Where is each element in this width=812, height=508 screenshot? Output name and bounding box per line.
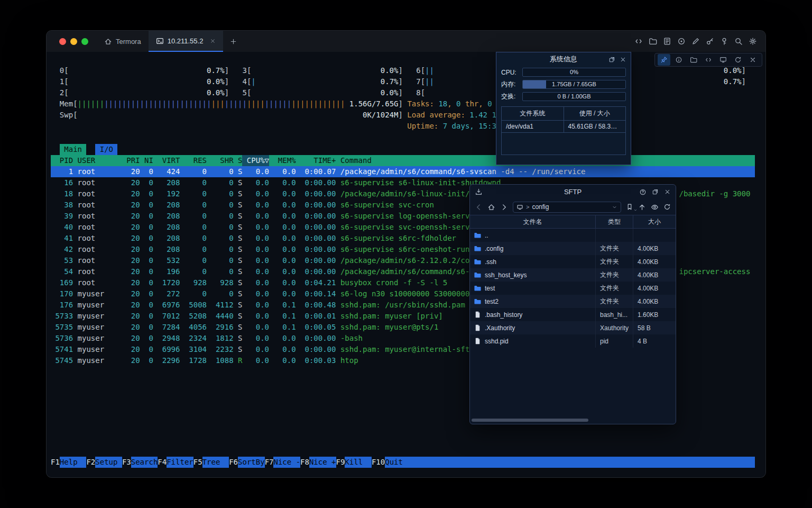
back-icon[interactable] xyxy=(475,203,483,211)
search-icon[interactable] xyxy=(734,37,743,46)
file-name-cell: .config xyxy=(470,242,595,255)
process-row[interactable]: 41 root 20 0 208 0 0 S 0.0 0.0 0:00.00 s… xyxy=(51,233,456,244)
forward-icon[interactable] xyxy=(500,203,508,211)
sftp-row[interactable]: .XauthorityXauthority58 B xyxy=(470,321,676,334)
file-size-cell: 4.00KB xyxy=(633,295,676,308)
tab-bar: Termora10.211.55.2 xyxy=(97,31,223,52)
sftp-row[interactable]: .. xyxy=(470,229,676,242)
settings-icon[interactable] xyxy=(749,37,757,46)
process-row[interactable]: 5745 myuser 20 0 2296 1728 1088 R 0.0 0.… xyxy=(51,355,358,366)
path-bar[interactable]: > config xyxy=(513,202,621,213)
process-row[interactable]: 5735 myuser 20 0 7284 4056 2916 S 0.0 0.… xyxy=(51,322,438,333)
metric-value: 0% xyxy=(523,68,625,76)
process-row[interactable]: 5733 myuser 20 0 7012 5208 4440 S 0.0 0.… xyxy=(51,311,443,322)
refresh-icon[interactable] xyxy=(732,54,744,66)
file-name-cell: .bash_history xyxy=(470,308,595,321)
titlebar-actions xyxy=(634,31,765,52)
keychain-icon[interactable] xyxy=(720,37,728,46)
file-name: ssh_host_keys xyxy=(485,271,527,279)
close-icon[interactable] xyxy=(620,56,626,63)
log-icon[interactable] xyxy=(663,37,671,46)
sftp-row[interactable]: sshd.pidpid4 B xyxy=(470,334,676,348)
folder-icon[interactable] xyxy=(687,54,700,66)
file-name-cell: ssh_host_keys xyxy=(470,268,595,282)
code-icon[interactable] xyxy=(634,37,643,46)
column-header-n[interactable]: 文件名 xyxy=(470,215,595,228)
process-table-header[interactable]: PID USER PRI NI VIRT RES SHR S CPU%▽ MEM… xyxy=(51,155,755,166)
key-icon[interactable] xyxy=(706,37,714,46)
tab-close-icon[interactable] xyxy=(210,38,216,44)
code-icon[interactable] xyxy=(702,54,715,66)
close-icon[interactable] xyxy=(664,188,671,196)
minimize-window-button[interactable] xyxy=(70,38,77,45)
function-key-bar[interactable]: F1Help F2Setup F3SearchF4FilterF5Tree F6… xyxy=(51,457,755,468)
process-row[interactable]: 1 root 20 0 424 0 0 S 0.0 0.0 0:00.07 /p… xyxy=(51,166,755,177)
tab-termora[interactable]: Termora xyxy=(97,31,149,52)
help-icon[interactable] xyxy=(639,188,647,196)
process-row[interactable]: 40 root 20 0 208 0 0 S 0.0 0.0 0:00.00 s… xyxy=(51,222,469,233)
caret-down-icon[interactable] xyxy=(612,204,617,210)
edit-icon[interactable] xyxy=(691,37,700,46)
file-type-cell: 文件夹 xyxy=(595,295,633,308)
process-row[interactable]: 169 root 20 0 1720 928 928 S 0.0 0.0 0:0… xyxy=(51,277,447,288)
cpu-meter-row: 1[ 0.0%] 4[| 0.7%] 7[|| 0.7%] xyxy=(51,76,746,87)
pin-icon[interactable] xyxy=(658,54,670,66)
process-row[interactable]: 16 root 20 0 208 0 0 S 0.0 0.0 0:00.00 s… xyxy=(51,177,501,188)
process-row[interactable]: 39 root 20 0 208 0 0 S 0.0 0.0 0:00.00 s… xyxy=(51,211,469,222)
close-icon[interactable] xyxy=(746,54,759,66)
htop-tabs-line[interactable]: Main I/O xyxy=(51,144,117,155)
metric-label: 内存: xyxy=(501,80,522,89)
file-type-cell: 文件夹 xyxy=(595,255,633,268)
open-in-window-icon[interactable] xyxy=(652,188,659,196)
monitor-icon[interactable] xyxy=(717,54,730,66)
home-icon[interactable] xyxy=(487,203,495,211)
sftp-row[interactable]: .bash_historybash_hi...1.60KB xyxy=(470,308,676,321)
parent-directory-icon[interactable] xyxy=(638,203,646,211)
folder-icon xyxy=(474,271,482,279)
host-icon xyxy=(516,204,523,211)
folder-icon xyxy=(474,258,482,266)
open-in-window-icon[interactable] xyxy=(608,56,615,63)
file-name-cell: .Xauthority xyxy=(470,321,595,334)
sftp-row[interactable]: test文件夹4.00KB xyxy=(470,282,676,295)
file-type-cell: bash_hi... xyxy=(595,308,633,321)
sftp-row[interactable]: ssh_host_keys文件夹4.00KB xyxy=(470,268,676,282)
folder-icon[interactable] xyxy=(649,37,657,46)
tab-label: Termora xyxy=(116,38,141,46)
tab-10-211-55-2[interactable]: 10.211.55.2 xyxy=(149,31,224,52)
new-tab-button[interactable] xyxy=(223,31,244,52)
column-header: 使用 / 大小 xyxy=(564,107,626,120)
metric-row: CPU:0% xyxy=(496,66,631,78)
close-window-button[interactable] xyxy=(59,38,66,45)
metric-label: 交换: xyxy=(501,92,522,101)
info-icon[interactable] xyxy=(672,54,685,66)
metric-row: 内存:1.75GB / 7.65GB xyxy=(496,78,631,90)
file-table-header[interactable]: 文件名类型大小 xyxy=(470,215,676,229)
refresh-icon[interactable] xyxy=(663,203,671,211)
maximize-window-button[interactable] xyxy=(81,38,88,45)
process-row[interactable]: 5736 myuser 20 0 2948 2324 1812 S 0.0 0.… xyxy=(51,333,363,344)
process-row[interactable]: 53 root 20 0 532 0 0 S 0.0 0.0 0:00.00 /… xyxy=(51,255,469,266)
file-name-cell: test xyxy=(470,282,595,295)
sftp-row[interactable]: .config文件夹4.00KB xyxy=(470,242,676,255)
file-name: .ssh xyxy=(485,258,496,266)
column-header: 文件系统 xyxy=(502,107,564,120)
bookmark-button[interactable] xyxy=(626,203,633,211)
process-row[interactable]: 5741 myuser 20 0 6996 3104 2232 S 0.0 0.… xyxy=(51,344,469,355)
file-list: ...config文件夹4.00KB.ssh文件夹4.00KBssh_host_… xyxy=(470,229,676,348)
process-row[interactable]: 176 myuser 20 0 6976 5008 4112 S 0.0 0.1… xyxy=(51,300,469,311)
file-icon xyxy=(474,324,482,332)
process-row[interactable]: 38 root 20 0 208 0 0 S 0.0 0.0 0:00.00 s… xyxy=(51,199,434,211)
sftp-row[interactable]: .ssh文件夹4.00KB xyxy=(470,255,676,268)
bookmark-icon xyxy=(626,203,633,211)
process-row[interactable]: 42 root 20 0 208 0 0 S 0.0 0.0 0:00.00 s… xyxy=(51,244,469,255)
show-hidden-files-icon[interactable] xyxy=(651,203,659,211)
process-row[interactable]: 170 myuser 20 0 272 0 0 S 0.0 0.0 0:00.1… xyxy=(51,288,469,300)
folder-icon xyxy=(474,297,482,305)
record-icon[interactable] xyxy=(677,37,686,46)
column-header-s[interactable]: 大小 xyxy=(633,215,676,228)
sftp-row[interactable]: test2文件夹4.00KB xyxy=(470,295,676,308)
column-header-t[interactable]: 类型 xyxy=(595,215,633,228)
horizontal-scrollbar[interactable] xyxy=(472,419,588,422)
sysinfo-panel: 系统信息 CPU:0%内存:1.75GB / 7.65GB交换:0 B / 1.… xyxy=(496,52,631,165)
